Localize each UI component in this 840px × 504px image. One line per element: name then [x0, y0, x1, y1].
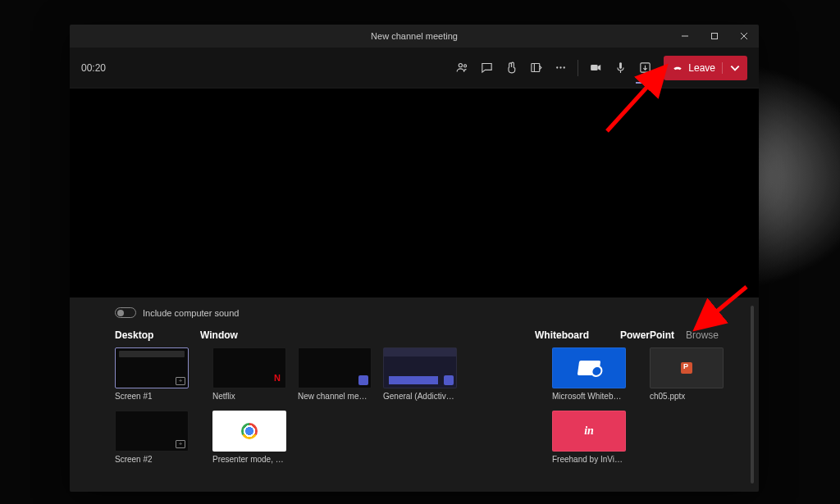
tile-label: General (AddictiveTips - …: [383, 392, 457, 401]
share-headers: Desktop Window Whiteboard PowerPoint Bro…: [115, 329, 742, 341]
invision-thumb: in: [552, 411, 626, 452]
svg-rect-11: [619, 62, 622, 69]
tray-scrollbar[interactable]: [751, 306, 754, 484]
svg-rect-1: [712, 34, 718, 39]
tile-label: Presenter mode, notes a…: [212, 455, 286, 464]
ms-whiteboard-thumb: [552, 347, 626, 388]
meeting-toolbar: 00:20 Leave: [70, 48, 759, 89]
whiteboard-icon: [578, 361, 601, 375]
tile-label: Freehand by InVision: [552, 455, 626, 464]
reactions-icon[interactable]: [499, 56, 523, 80]
whiteboard-tile[interactable]: in Freehand by InVision: [552, 411, 626, 464]
whiteboard-tile[interactable]: Microsoft Whiteboard: [552, 347, 626, 401]
chat-icon[interactable]: [474, 56, 499, 80]
svg-rect-10: [591, 65, 598, 70]
svg-point-7: [556, 66, 558, 68]
svg-point-8: [559, 66, 561, 68]
header-desktop: Desktop: [115, 329, 200, 341]
include-sound-label: Include computer sound: [143, 308, 239, 318]
include-sound-row: Include computer sound: [115, 307, 742, 318]
tile-label: ch05.pptx: [650, 392, 724, 401]
netflix-thumb: N: [212, 347, 286, 388]
rooms-icon[interactable]: [523, 56, 548, 80]
browse-link[interactable]: Browse: [686, 329, 719, 341]
teams-nc-thumb: [298, 347, 372, 388]
more-actions-icon[interactable]: [548, 56, 573, 80]
microphone-icon[interactable]: [608, 56, 632, 80]
minimize-button[interactable]: [670, 25, 700, 48]
ppt-thumb: [650, 347, 724, 388]
desktop-screen-tile[interactable]: Screen #1: [115, 347, 189, 401]
share-tray-icon[interactable]: [632, 56, 657, 80]
window-title: New channel meeting: [371, 31, 458, 41]
close-button[interactable]: [729, 25, 759, 48]
header-window: Window: [200, 329, 535, 341]
svg-point-5: [463, 65, 466, 67]
expand-icon: [176, 377, 185, 385]
window-tile[interactable]: New channel meeting | …: [298, 347, 372, 401]
tile-label: Netflix: [212, 392, 286, 401]
window-tile[interactable]: Presenter mode, notes a…: [212, 411, 286, 464]
window-controls: [670, 25, 759, 48]
header-powerpoint: PowerPoint: [620, 329, 674, 341]
tile-label: Screen #2: [115, 455, 189, 464]
desktop-screen-tile[interactable]: Screen #2: [115, 411, 189, 464]
include-sound-toggle[interactable]: [115, 307, 136, 318]
toolbar-divider: [578, 60, 578, 76]
teams-general-thumb: [383, 347, 457, 388]
window-tile[interactable]: General (AddictiveTips - …: [383, 347, 457, 401]
tile-label: Screen #1: [115, 392, 189, 401]
call-timer: 00:20: [81, 62, 106, 74]
svg-point-9: [563, 66, 564, 68]
tile-label: Microsoft Whiteboard: [552, 392, 626, 401]
powerpoint-icon: [681, 362, 692, 374]
share-tray: Include computer sound Desktop Window Wh…: [70, 297, 759, 492]
screen2-thumb: [115, 411, 189, 452]
expand-icon: [176, 440, 185, 448]
camera-icon[interactable]: [583, 56, 608, 80]
chrome-thumb: [212, 411, 286, 452]
titlebar: New channel meeting: [70, 25, 759, 48]
tile-label: New channel meeting | …: [298, 392, 372, 401]
teams-meeting-window: New channel meeting 00:20: [70, 25, 759, 492]
svg-point-4: [459, 64, 462, 67]
video-stage: [70, 89, 759, 297]
header-whiteboard: Whiteboard: [535, 329, 620, 341]
powerpoint-tile[interactable]: ch05.pptx: [650, 347, 724, 401]
window-tile[interactable]: N Netflix: [212, 347, 286, 401]
screen1-thumb: [115, 347, 189, 388]
leave-chevron-icon[interactable]: [722, 62, 741, 74]
leave-label: Leave: [688, 62, 715, 74]
participants-icon[interactable]: [450, 56, 474, 80]
leave-button[interactable]: Leave: [664, 56, 747, 80]
maximize-button[interactable]: [700, 25, 729, 48]
svg-rect-6: [532, 64, 540, 72]
chrome-icon: [241, 423, 258, 439]
